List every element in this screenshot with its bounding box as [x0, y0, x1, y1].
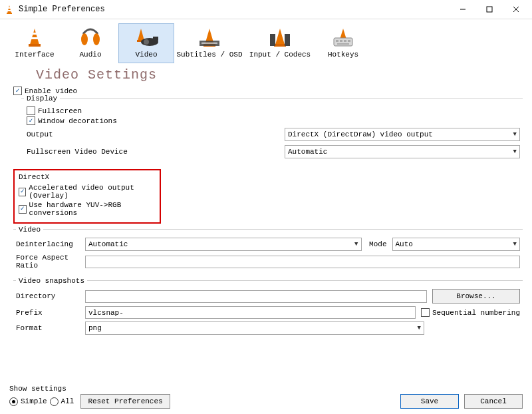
tab-input-codecs[interactable]: Input / Codecs — [245, 23, 315, 63]
window-title: Simple Preferences — [19, 5, 450, 14]
vlc-app-icon — [4, 4, 15, 15]
deinterlacing-select[interactable]: Automatic▼ — [85, 238, 362, 251]
svg-rect-2 — [8, 7, 11, 9]
fullscreen-device-value: Automatic — [288, 148, 327, 156]
chevron-down-icon: ▼ — [513, 241, 517, 248]
window-decorations-checkbox[interactable]: Window decorations — [27, 116, 520, 125]
format-select[interactable]: png▼ — [85, 321, 424, 335]
radio-icon — [50, 397, 59, 406]
sequential-numbering-label: Sequential numbering — [432, 309, 520, 317]
svg-point-13 — [93, 33, 100, 45]
fullscreen-device-label: Fullscreen Video Device — [27, 148, 279, 156]
svg-rect-33 — [337, 43, 349, 45]
checkbox-icon — [19, 188, 26, 196]
save-button[interactable]: Save — [400, 394, 459, 409]
close-button[interactable] — [503, 2, 529, 17]
show-simple-radio[interactable]: Simple — [9, 397, 47, 406]
tab-subtitles[interactable]: Subtitles / OSD — [174, 23, 245, 63]
svg-rect-29 — [336, 40, 338, 42]
force-ar-label: Force Aspect Ratio — [16, 254, 80, 270]
tab-label: Subtitles / OSD — [176, 51, 243, 59]
interface-icon — [21, 27, 48, 48]
window-decorations-label: Window decorations — [38, 117, 117, 125]
maximize-button[interactable] — [476, 2, 503, 17]
svg-marker-14 — [138, 29, 144, 41]
sequential-numbering-checkbox[interactable]: Sequential numbering — [421, 308, 520, 317]
mode-select[interactable]: Auto▼ — [392, 238, 520, 251]
svg-rect-10 — [32, 33, 37, 35]
tab-interface[interactable]: Interface — [7, 23, 63, 63]
tab-hotkeys[interactable]: Hotkeys — [315, 23, 371, 63]
browse-button[interactable]: Browse... — [432, 289, 520, 304]
minimize-button[interactable] — [450, 2, 476, 17]
chevron-down-icon: ▼ — [354, 241, 358, 248]
accelerated-video-label: Accelerated video output (Overlay) — [29, 184, 156, 200]
tab-label: Audio — [65, 51, 116, 59]
svg-rect-18 — [153, 37, 158, 41]
fullscreen-checkbox[interactable]: Fullscreen — [27, 106, 520, 115]
svg-point-12 — [81, 33, 88, 45]
tab-video[interactable]: Video — [118, 23, 174, 63]
enable-video-label: Enable video — [25, 87, 77, 95]
svg-rect-9 — [29, 44, 41, 47]
deinterlacing-value: Automatic — [88, 240, 128, 248]
output-value: DirectX (DirectDraw) video output — [288, 130, 433, 138]
format-value: png — [88, 324, 102, 332]
tab-label: Hotkeys — [317, 51, 369, 59]
svg-rect-25 — [270, 34, 275, 46]
codecs-icon — [267, 27, 293, 48]
output-label: Output — [27, 130, 279, 138]
checkbox-icon — [27, 106, 35, 115]
group-snapshots-label: Video snapshots — [16, 277, 87, 285]
svg-point-17 — [144, 39, 149, 45]
svg-marker-23 — [275, 29, 285, 45]
svg-rect-24 — [274, 44, 286, 47]
fullscreen-label: Fullscreen — [38, 107, 82, 115]
svg-rect-1 — [7, 13, 12, 14]
checkbox-icon — [421, 308, 430, 317]
checkbox-icon — [27, 116, 35, 125]
svg-marker-8 — [30, 29, 39, 45]
yuv-rgb-checkbox[interactable]: Use hardware YUV->RGB conversions — [19, 201, 156, 217]
radio-icon — [9, 397, 18, 406]
reset-preferences-button[interactable]: Reset Preferences — [80, 394, 170, 409]
mode-label: Mode — [367, 240, 387, 248]
show-all-radio[interactable]: All — [50, 397, 74, 406]
svg-rect-3 — [8, 10, 11, 11]
titlebar: Simple Preferences — [0, 0, 532, 19]
tab-label: Video — [120, 51, 172, 59]
svg-rect-26 — [285, 34, 290, 46]
prefix-value: vlcsnap- — [88, 309, 124, 317]
mode-value: Auto — [396, 240, 413, 248]
force-ar-input[interactable] — [85, 256, 520, 268]
chevron-down-icon: ▼ — [513, 131, 517, 138]
show-settings-label: Show settings — [9, 385, 170, 393]
settings-panel: Video Settings Enable video Display Full… — [0, 63, 532, 348]
show-all-label: All — [61, 397, 74, 405]
tab-audio[interactable]: Audio — [63, 23, 118, 63]
accelerated-video-checkbox[interactable]: Accelerated video output (Overlay) — [19, 184, 156, 200]
checkbox-icon — [13, 87, 22, 95]
svg-rect-22 — [201, 43, 217, 44]
group-display-label: Display — [24, 95, 60, 103]
cancel-button[interactable]: Cancel — [464, 394, 523, 409]
chevron-down-icon: ▼ — [418, 325, 421, 331]
format-label: Format — [16, 324, 80, 332]
show-simple-label: Simple — [21, 397, 47, 405]
yuv-rgb-label: Use hardware YUV->RGB conversions — [29, 201, 156, 217]
page-title: Video Settings — [36, 67, 523, 83]
hotkeys-icon — [330, 27, 356, 48]
group-video-label: Video — [16, 226, 43, 234]
fullscreen-device-select[interactable]: Automatic▼ — [285, 145, 520, 158]
prefix-input[interactable]: vlcsnap- — [85, 306, 416, 319]
directory-label: Directory — [16, 292, 80, 300]
svg-marker-0 — [7, 5, 11, 13]
output-select[interactable]: DirectX (DirectDraw) video output▼ — [285, 128, 520, 141]
svg-rect-5 — [487, 7, 492, 12]
directory-input[interactable] — [85, 290, 427, 303]
deinterlacing-label: Deinterlacing — [16, 240, 80, 248]
svg-rect-31 — [344, 40, 346, 42]
category-toolbar: Interface Audio Video Subtitles / OSD In… — [0, 19, 532, 63]
prefix-label: Prefix — [16, 309, 80, 317]
checkbox-icon — [19, 205, 27, 214]
